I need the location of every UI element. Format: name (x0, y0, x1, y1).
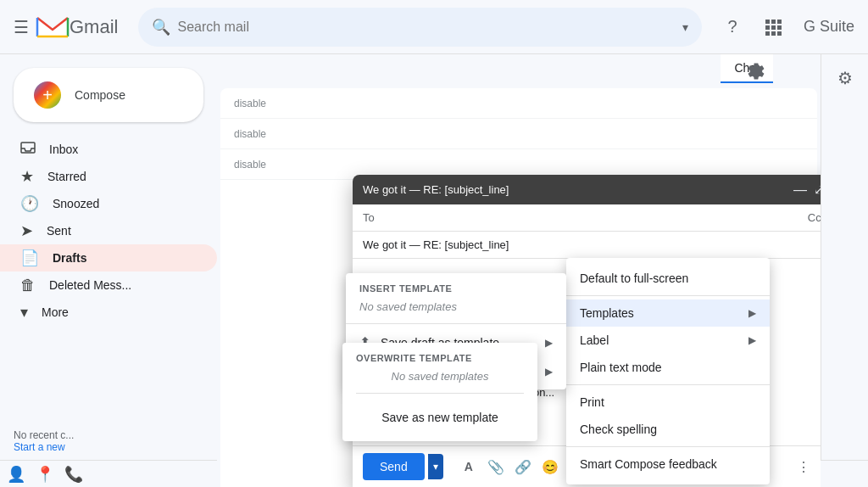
disable-text-2: disable (234, 128, 266, 140)
svg-rect-0 (765, 20, 770, 24)
menu-item-templates[interactable]: Templates ▶ (566, 299, 770, 327)
location-icon[interactable]: 📍 (36, 465, 54, 484)
insert-template-title: INSERT TEMPLATE (346, 277, 566, 297)
search-bar[interactable]: 🔍 ▾ (138, 8, 702, 47)
overwrite-title: OVERWRITE TEMPLATE (356, 353, 524, 363)
svg-rect-3 (765, 25, 770, 30)
compose-button[interactable]: + Compose (14, 68, 203, 122)
svg-rect-6 (765, 31, 770, 36)
right-panel: ⚙ ❮ (821, 54, 868, 487)
compose-label: Compose (75, 88, 125, 102)
gsuite-label: G Suite (804, 18, 854, 36)
menu-icon[interactable]: ☰ (14, 17, 29, 37)
no-recent-text: No recent c... Start a new (0, 423, 87, 460)
sent-label: Sent (47, 224, 71, 238)
deleted-icon: 🗑 (20, 277, 36, 294)
snoozed-icon: 🕐 (20, 194, 39, 213)
email-row-2[interactable]: disable (220, 119, 817, 149)
sidebar-item-snoozed[interactable]: 🕐 Snoozed (0, 190, 217, 217)
templates-label: Templates (580, 306, 634, 320)
smart-compose-label: Smart Compose feedback (580, 457, 717, 471)
sent-icon: ➤ (20, 221, 33, 240)
menu-item-smart-compose[interactable]: Smart Compose feedback (566, 451, 770, 478)
svg-rect-1 (771, 20, 776, 24)
templates-arrow-icon: ▶ (748, 307, 756, 319)
emoji-icon[interactable]: 😊 (538, 455, 562, 479)
apps-icon[interactable] (756, 10, 790, 44)
svg-rect-7 (771, 31, 776, 36)
compose-header-icons: — ⤢ ✕ (793, 182, 821, 198)
person-icon[interactable]: 👤 (7, 465, 25, 484)
top-right-icons: ? G Suite (715, 10, 854, 44)
svg-rect-2 (777, 20, 782, 24)
disable-text-3: disable (234, 159, 266, 171)
expand-icon[interactable]: ⤢ (814, 182, 821, 198)
starred-icon: ★ (20, 167, 34, 186)
right-panel-settings-icon[interactable]: ⚙ (828, 61, 862, 95)
menu-item-check-spelling[interactable]: Check spelling (566, 416, 770, 443)
snoozed-label: Snoozed (53, 197, 99, 210)
more-options-icon[interactable]: ⋮ (792, 455, 815, 479)
content-area: Chat disable disable disable We got it —… (217, 54, 821, 487)
to-label: To (363, 211, 375, 224)
menu-divider-2 (566, 384, 770, 385)
delete-template-arrow-icon: ▶ (545, 366, 553, 378)
starred-label: Starred (47, 170, 86, 183)
help-icon[interactable]: ? (715, 10, 749, 44)
disable-text-1: disable (234, 98, 266, 109)
sidebar-item-inbox[interactable]: Inbox (0, 136, 217, 163)
sidebar-item-more[interactable]: ▾ More (0, 299, 217, 326)
insert-no-saved: No saved templates (346, 297, 566, 320)
compose-plus-icon: + (34, 81, 61, 109)
search-input[interactable] (177, 20, 676, 35)
menu-item-default-fullscreen[interactable]: Default to full-screen (566, 265, 770, 292)
overwrite-divider (356, 393, 524, 394)
send-button[interactable]: Send (363, 453, 425, 480)
sidebar: + Compose Inbox ★ Starred 🕐 Snoozed ➤ Se… (0, 54, 217, 487)
format-text-icon[interactable]: A (457, 455, 481, 479)
save-draft-arrow-icon: ▶ (545, 337, 553, 349)
menu-item-label[interactable]: Label ▶ (566, 327, 770, 354)
menu-item-print[interactable]: Print (566, 389, 770, 416)
gmail-logo: Gmail (36, 14, 118, 40)
sidebar-item-starred[interactable]: ★ Starred (0, 163, 217, 190)
label-arrow-icon: ▶ (748, 334, 756, 346)
main-layout: + Compose Inbox ★ Starred 🕐 Snoozed ➤ Se… (0, 54, 868, 487)
search-dropdown-icon[interactable]: ▾ (682, 20, 688, 34)
svg-rect-8 (777, 31, 782, 36)
minimize-icon[interactable]: — (793, 182, 807, 198)
email-row-1[interactable]: disable (220, 88, 817, 119)
sidebar-item-sent[interactable]: ➤ Sent (0, 217, 217, 244)
deleted-label: Deleted Mess... (49, 278, 131, 292)
menu-divider-3 (566, 446, 770, 447)
phone-icon[interactable]: 📞 (64, 465, 83, 484)
gmail-text: Gmail (70, 16, 118, 38)
delete-draft-icon[interactable]: 🗑 (819, 455, 821, 479)
svg-rect-5 (777, 25, 782, 30)
sidebar-item-drafts[interactable]: 📄 Drafts (0, 244, 217, 271)
start-new-link[interactable]: Start a new (14, 441, 74, 453)
menu-divider-1 (566, 295, 770, 296)
link-icon[interactable]: 🔗 (511, 455, 535, 479)
drafts-label: Drafts (53, 251, 86, 265)
cc-bcc-label[interactable]: Cc Bcc (808, 211, 821, 224)
inbox-label: Inbox (49, 143, 78, 156)
attach-icon[interactable]: 📎 (484, 455, 508, 479)
compose-header-title: We got it — RE: [subject_line] (363, 183, 509, 196)
check-spelling-label: Check spelling (580, 423, 657, 436)
compose-header: We got it — RE: [subject_line] — ⤢ ✕ (353, 175, 821, 204)
default-fullscreen-label: Default to full-screen (580, 271, 688, 285)
inbox-icon (20, 140, 36, 160)
sidebar-item-deleted[interactable]: 🗑 Deleted Mess... (0, 271, 217, 299)
to-input[interactable] (378, 211, 808, 224)
context-menu-main: Default to full-screen Templates ▶ Label… (566, 258, 770, 484)
menu-item-plain-text[interactable]: Plain text mode (566, 354, 770, 381)
print-label: Print (580, 395, 604, 409)
save-new-template-button[interactable]: Save as new template (356, 404, 524, 431)
search-icon: 🔍 (152, 18, 170, 36)
drafts-icon: 📄 (20, 249, 39, 267)
compose-subject: We got it — RE: [subject_line] (353, 232, 821, 259)
send-dropdown-button[interactable]: ▾ (428, 454, 443, 479)
compose-to-row: To Cc Bcc (353, 204, 821, 232)
settings-icon-btn[interactable] (746, 61, 766, 85)
